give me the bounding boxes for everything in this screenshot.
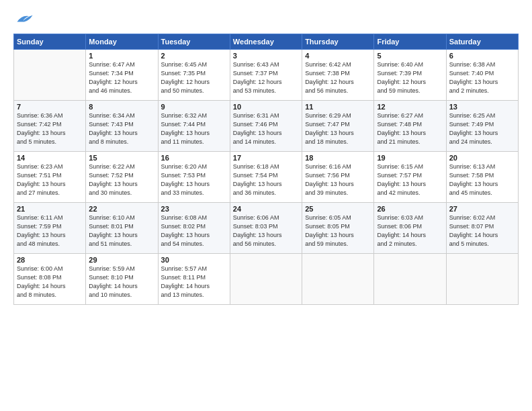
day-number: 8 [89, 103, 154, 111]
calendar-cell: 11Sunrise: 6:29 AM Sunset: 7:47 PM Dayli… [302, 101, 374, 152]
day-info: Sunrise: 6:29 AM Sunset: 7:47 PM Dayligh… [305, 111, 371, 146]
day-number: 16 [161, 154, 227, 162]
day-info: Sunrise: 6:13 AM Sunset: 7:58 PM Dayligh… [449, 163, 515, 197]
calendar-cell: 28Sunrise: 6:00 AM Sunset: 8:08 PM Dayli… [14, 254, 86, 305]
calendar-body: 1Sunrise: 6:47 AM Sunset: 7:34 PM Daylig… [14, 50, 519, 305]
day-number: 14 [17, 154, 83, 162]
day-number: 20 [449, 154, 515, 162]
day-number: 9 [161, 103, 227, 111]
day-number: 23 [161, 205, 227, 213]
day-number: 13 [449, 103, 515, 111]
day-info: Sunrise: 6:02 AM Sunset: 8:07 PM Dayligh… [449, 214, 515, 248]
calendar-cell: 5Sunrise: 6:40 AM Sunset: 7:39 PM Daylig… [374, 50, 446, 101]
day-number: 11 [305, 103, 371, 111]
day-info: Sunrise: 6:43 AM Sunset: 7:37 PM Dayligh… [233, 60, 299, 95]
header-cell-monday: Monday [86, 34, 158, 50]
day-number: 19 [377, 154, 443, 162]
day-number: 6 [449, 52, 515, 60]
header-cell-saturday: Saturday [446, 34, 518, 50]
calendar-cell: 22Sunrise: 6:10 AM Sunset: 8:01 PM Dayli… [86, 203, 158, 254]
calendar-cell: 20Sunrise: 6:13 AM Sunset: 7:58 PM Dayli… [446, 152, 518, 203]
day-number: 10 [233, 103, 299, 111]
day-info: Sunrise: 6:08 AM Sunset: 8:02 PM Dayligh… [161, 214, 227, 248]
day-info: Sunrise: 6:10 AM Sunset: 8:01 PM Dayligh… [89, 214, 154, 248]
calendar-cell: 19Sunrise: 6:15 AM Sunset: 7:57 PM Dayli… [374, 152, 446, 203]
day-number: 5 [377, 52, 443, 60]
week-row-3: 14Sunrise: 6:23 AM Sunset: 7:51 PM Dayli… [14, 152, 519, 203]
day-number: 7 [17, 103, 83, 111]
day-number: 18 [305, 154, 371, 162]
header-cell-sunday: Sunday [14, 34, 86, 50]
day-info: Sunrise: 6:38 AM Sunset: 7:40 PM Dayligh… [449, 60, 515, 95]
calendar-cell [446, 254, 518, 305]
calendar-cell: 9Sunrise: 6:32 AM Sunset: 7:44 PM Daylig… [158, 101, 230, 152]
calendar-cell: 1Sunrise: 6:47 AM Sunset: 7:34 PM Daylig… [86, 50, 158, 101]
week-row-5: 28Sunrise: 6:00 AM Sunset: 8:08 PM Dayli… [14, 254, 519, 305]
day-info: Sunrise: 6:25 AM Sunset: 7:49 PM Dayligh… [449, 111, 515, 146]
calendar-cell [14, 50, 86, 101]
day-number: 17 [233, 154, 299, 162]
day-info: Sunrise: 6:06 AM Sunset: 8:03 PM Dayligh… [233, 214, 299, 248]
calendar-cell: 14Sunrise: 6:23 AM Sunset: 7:51 PM Dayli… [14, 152, 86, 203]
day-info: Sunrise: 6:36 AM Sunset: 7:42 PM Dayligh… [17, 111, 83, 146]
header-cell-friday: Friday [374, 34, 446, 50]
day-info: Sunrise: 6:20 AM Sunset: 7:53 PM Dayligh… [161, 163, 227, 197]
day-info: Sunrise: 6:15 AM Sunset: 7:57 PM Dayligh… [377, 163, 443, 197]
calendar-cell: 27Sunrise: 6:02 AM Sunset: 8:07 PM Dayli… [446, 203, 518, 254]
day-info: Sunrise: 6:03 AM Sunset: 8:06 PM Dayligh… [377, 214, 443, 248]
calendar-cell: 8Sunrise: 6:34 AM Sunset: 7:43 PM Daylig… [86, 101, 158, 152]
day-info: Sunrise: 6:23 AM Sunset: 7:51 PM Dayligh… [17, 163, 83, 197]
calendar-cell: 16Sunrise: 6:20 AM Sunset: 7:53 PM Dayli… [158, 152, 230, 203]
day-number: 1 [89, 52, 154, 60]
day-info: Sunrise: 6:34 AM Sunset: 7:43 PM Dayligh… [89, 111, 154, 146]
calendar-cell: 12Sunrise: 6:27 AM Sunset: 7:48 PM Dayli… [374, 101, 446, 152]
day-info: Sunrise: 6:27 AM Sunset: 7:48 PM Dayligh… [377, 111, 443, 146]
day-number: 24 [233, 205, 299, 213]
day-info: Sunrise: 6:18 AM Sunset: 7:54 PM Dayligh… [233, 163, 299, 197]
day-info: Sunrise: 6:22 AM Sunset: 7:52 PM Dayligh… [89, 163, 154, 197]
calendar-cell: 29Sunrise: 5:59 AM Sunset: 8:10 PM Dayli… [86, 254, 158, 305]
calendar-cell [302, 254, 374, 305]
day-number: 12 [377, 103, 443, 111]
calendar-cell [230, 254, 302, 305]
calendar-table: SundayMondayTuesdayWednesdayThursdayFrid… [13, 34, 519, 305]
day-number: 4 [305, 52, 371, 60]
day-number: 3 [233, 52, 299, 60]
logo [13, 12, 34, 30]
calendar-cell: 26Sunrise: 6:03 AM Sunset: 8:06 PM Dayli… [374, 203, 446, 254]
day-number: 29 [89, 256, 154, 264]
header-row: SundayMondayTuesdayWednesdayThursdayFrid… [14, 34, 519, 50]
day-number: 2 [161, 52, 227, 60]
day-info: Sunrise: 6:47 AM Sunset: 7:34 PM Dayligh… [89, 60, 154, 95]
calendar-cell: 2Sunrise: 6:45 AM Sunset: 7:35 PM Daylig… [158, 50, 230, 101]
day-info: Sunrise: 6:32 AM Sunset: 7:44 PM Dayligh… [161, 111, 227, 146]
calendar-cell: 21Sunrise: 6:11 AM Sunset: 7:59 PM Dayli… [14, 203, 86, 254]
day-number: 27 [449, 205, 515, 213]
week-row-1: 1Sunrise: 6:47 AM Sunset: 7:34 PM Daylig… [14, 50, 519, 101]
day-info: Sunrise: 6:42 AM Sunset: 7:38 PM Dayligh… [305, 60, 371, 95]
calendar-header: SundayMondayTuesdayWednesdayThursdayFrid… [14, 34, 519, 50]
day-info: Sunrise: 6:45 AM Sunset: 7:35 PM Dayligh… [161, 60, 227, 95]
day-info: Sunrise: 6:16 AM Sunset: 7:56 PM Dayligh… [305, 163, 371, 197]
day-number: 22 [89, 205, 154, 213]
day-number: 26 [377, 205, 443, 213]
header-cell-tuesday: Tuesday [158, 34, 230, 50]
calendar-cell: 17Sunrise: 6:18 AM Sunset: 7:54 PM Dayli… [230, 152, 302, 203]
calendar-cell: 25Sunrise: 6:05 AM Sunset: 8:05 PM Dayli… [302, 203, 374, 254]
day-number: 15 [89, 154, 154, 162]
calendar-cell: 30Sunrise: 5:57 AM Sunset: 8:11 PM Dayli… [158, 254, 230, 305]
calendar-cell: 23Sunrise: 6:08 AM Sunset: 8:02 PM Dayli… [158, 203, 230, 254]
logo-bird-icon [15, 12, 34, 27]
calendar-cell: 24Sunrise: 6:06 AM Sunset: 8:03 PM Dayli… [230, 203, 302, 254]
day-number: 30 [161, 256, 227, 264]
week-row-2: 7Sunrise: 6:36 AM Sunset: 7:42 PM Daylig… [14, 101, 519, 152]
day-info: Sunrise: 6:31 AM Sunset: 7:46 PM Dayligh… [233, 111, 299, 146]
header-cell-thursday: Thursday [302, 34, 374, 50]
calendar-cell: 18Sunrise: 6:16 AM Sunset: 7:56 PM Dayli… [302, 152, 374, 203]
calendar-cell: 10Sunrise: 6:31 AM Sunset: 7:46 PM Dayli… [230, 101, 302, 152]
day-info: Sunrise: 6:40 AM Sunset: 7:39 PM Dayligh… [377, 60, 443, 95]
day-number: 21 [17, 205, 83, 213]
week-row-4: 21Sunrise: 6:11 AM Sunset: 7:59 PM Dayli… [14, 203, 519, 254]
day-number: 25 [305, 205, 371, 213]
calendar-cell: 6Sunrise: 6:38 AM Sunset: 7:40 PM Daylig… [446, 50, 518, 101]
